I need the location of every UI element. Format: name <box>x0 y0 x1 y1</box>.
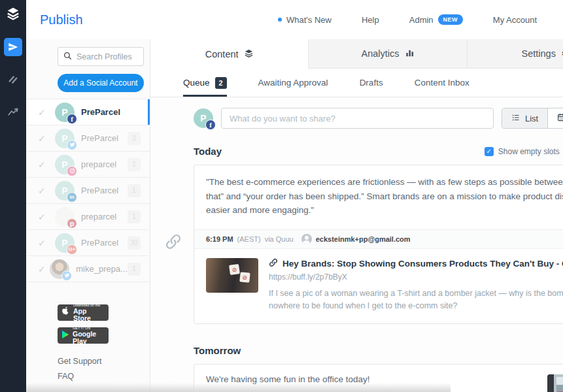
share-input[interactable] <box>221 108 494 129</box>
post-text: We're having some fun in the office toda… <box>206 374 547 392</box>
post-meta-bar: 6:19 PM (AEST) via Quuu ecksteinmk+pp@gm… <box>194 229 563 249</box>
link-url[interactable]: https://buff.ly/2p7bByX <box>269 272 563 282</box>
check-icon[interactable]: ✓ <box>38 107 55 118</box>
queue-count-badge: 3 <box>128 132 141 145</box>
view-toggle: List Calendar <box>502 108 563 129</box>
add-social-account-button[interactable]: Add a Social Account <box>58 74 144 92</box>
subtab-queue[interactable]: Queue 2 <box>183 69 227 97</box>
post-via: via Quuu <box>265 235 294 243</box>
check-icon[interactable]: ✓ <box>38 238 55 248</box>
profile-name: mike_prepa... <box>76 264 128 274</box>
composer: P f List Calendar <box>194 108 563 129</box>
check-icon[interactable]: ✓ <box>38 133 55 144</box>
tab-settings[interactable]: Settings ⚙ <box>467 39 563 69</box>
list-view-button[interactable]: List <box>502 108 547 128</box>
subtab-content-inbox[interactable]: Content Inbox <box>415 69 469 97</box>
queued-post-card[interactable]: "The best e-commerce experiences are fri… <box>194 165 563 324</box>
profile-row-mike-twitter[interactable]: ✓ mike_prepa... 1 <box>26 256 150 282</box>
queue-count-badge: 1 <box>128 210 141 223</box>
whats-new-link[interactable]: What's New <box>278 15 332 25</box>
queue-subtabs: Queue 2 Awaiting Approval Drafts Content… <box>150 69 563 97</box>
check-icon[interactable]: ✓ <box>38 159 55 170</box>
search-profiles-input[interactable] <box>77 52 138 61</box>
get-support-link[interactable]: Get Support <box>58 357 150 366</box>
profile-name: preparcel <box>81 159 116 169</box>
top-header: Publish What's New Help Admin NEW My Acc… <box>26 0 563 39</box>
subtab-awaiting-approval[interactable]: Awaiting Approval <box>258 69 328 97</box>
composer-avatar: P f <box>194 108 213 128</box>
check-icon[interactable]: ✓ <box>38 264 50 274</box>
facebook-icon: f <box>67 114 77 124</box>
profile-row-linkedin[interactable]: ✓ P in PreParcel 1 <box>26 178 150 204</box>
calendar-view-button[interactable]: Calendar <box>547 108 563 128</box>
linkedin-icon: in <box>67 192 77 203</box>
sidebar-bottom: Download on theApp Store GET IT ONGoogle… <box>26 304 150 392</box>
profile-name: PreParcel <box>81 238 118 248</box>
google-play-badge[interactable]: GET IT ONGoogle Play <box>58 327 109 344</box>
queued-post-card-tomorrow[interactable]: We're having some fun in the office toda… <box>194 364 563 392</box>
post-text: "The best e-commerce experiences are fri… <box>194 165 563 229</box>
buffer-logo-icon[interactable] <box>6 7 20 21</box>
calendar-icon <box>557 113 563 123</box>
profile-sidebar: Add a Social Account ✓ P f PreParcel ✓ P… <box>26 0 150 392</box>
publish-nav-icon[interactable] <box>4 38 22 56</box>
link-post-type-icon <box>165 233 182 253</box>
google-play-icon <box>61 330 69 342</box>
link-preview[interactable]: ⊘ ⊘ Hey Brands: Stop Showing Consumers P… <box>194 249 563 324</box>
check-icon[interactable]: ✓ <box>38 212 55 222</box>
list-icon <box>511 114 520 123</box>
profile-row-pinterest[interactable]: ✓ p preparcel 1 <box>26 204 150 230</box>
profile-row-googleplus[interactable]: ✓ P G+ PreParcel 30 <box>26 230 150 256</box>
post-time: 6:19 PM <box>206 235 233 243</box>
show-empty-slots-toggle[interactable]: ✓ Show empty slots <box>485 147 560 156</box>
analyze-nav-icon[interactable] <box>4 103 22 122</box>
link-description: If I see a pic of a woman wearing a T-sh… <box>269 287 563 312</box>
tomorrow-header: Tomorrow <box>194 345 563 356</box>
faq-link[interactable]: FAQ <box>58 372 150 381</box>
profile-name: PreParcel <box>81 133 118 143</box>
check-icon[interactable]: ✓ <box>38 186 55 196</box>
admin-link[interactable]: Admin NEW <box>409 14 463 25</box>
queue-count-badge: 30 <box>128 237 141 250</box>
queue-count-badge: 1 <box>128 184 141 197</box>
twitter-icon <box>67 140 77 150</box>
queue-scroll-area[interactable]: P f List Calendar Today <box>150 97 563 392</box>
main-panel: Content Analytics Settings ⚙ Queue 2 Awa… <box>150 0 563 392</box>
reply-nav-icon[interactable] <box>4 71 22 89</box>
instagram-icon <box>67 166 77 176</box>
pinterest-icon: p <box>67 218 77 229</box>
queue-count-badge: 2 <box>128 158 141 171</box>
queue-count-badge: 1 <box>128 263 141 276</box>
post-author: ecksteinmk+pp@gmail.com <box>316 235 411 243</box>
googleplus-icon: G+ <box>67 244 77 255</box>
store-badge-title: App Store <box>73 308 105 321</box>
day-title: Today <box>194 146 222 157</box>
subtab-drafts[interactable]: Drafts <box>360 69 383 97</box>
day-title: Tomorrow <box>194 345 241 356</box>
link-title[interactable]: Hey Brands: Stop Showing Consumers Produ… <box>269 258 563 269</box>
app-store-badge[interactable]: Download on theApp Store <box>58 304 109 321</box>
help-link[interactable]: Help <box>362 15 379 25</box>
twitter-icon <box>61 270 72 281</box>
user-avatar-icon <box>301 234 312 244</box>
search-profiles-box <box>58 47 144 66</box>
profile-row-instagram[interactable]: ✓ P preparcel 2 <box>26 152 150 178</box>
link-icon <box>269 258 278 269</box>
facebook-icon: f <box>205 120 216 130</box>
search-icon <box>63 51 72 63</box>
today-header: Today ✓ Show empty slots Shuffle <box>194 146 563 157</box>
profile-name: preparcel <box>81 212 116 221</box>
profile-row-facebook[interactable]: ✓ P f PreParcel <box>26 99 150 125</box>
layers-icon <box>244 48 254 60</box>
profile-row-twitter[interactable]: ✓ P PreParcel 3 <box>26 125 150 152</box>
tab-content[interactable]: Content <box>150 39 308 69</box>
tab-analytics[interactable]: Analytics <box>308 39 466 69</box>
my-account-link[interactable]: My Account <box>493 15 537 25</box>
store-badge-title: Google Play <box>73 331 105 344</box>
profile-name: PreParcel <box>81 186 118 195</box>
new-badge: NEW <box>438 14 463 25</box>
buffer-publish-app: Add a Social Account ✓ P f PreParcel ✓ P… <box>0 0 563 392</box>
link-thumbnail-image: ⊘ ⊘ <box>206 258 258 293</box>
checkbox-checked-icon[interactable]: ✓ <box>485 147 494 156</box>
post-timezone: (AEST) <box>237 235 261 243</box>
